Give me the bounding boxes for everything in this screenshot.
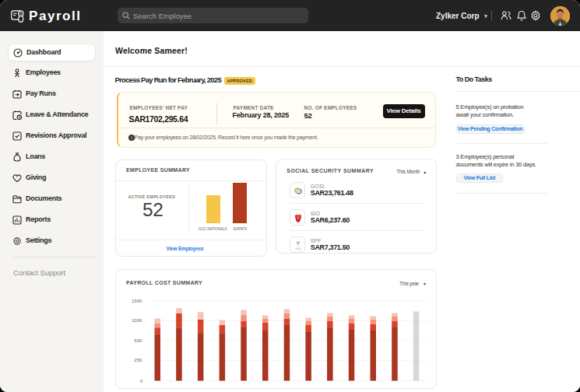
svg-text:100K: 100K bbox=[132, 318, 142, 323]
svg-text:25K: 25K bbox=[134, 358, 142, 362]
svg-text:i: i bbox=[131, 135, 132, 140]
svg-text:0: 0 bbox=[140, 379, 143, 383]
svg-text:50K: 50K bbox=[134, 338, 142, 343]
svg-text:150K: 150K bbox=[132, 299, 142, 303]
